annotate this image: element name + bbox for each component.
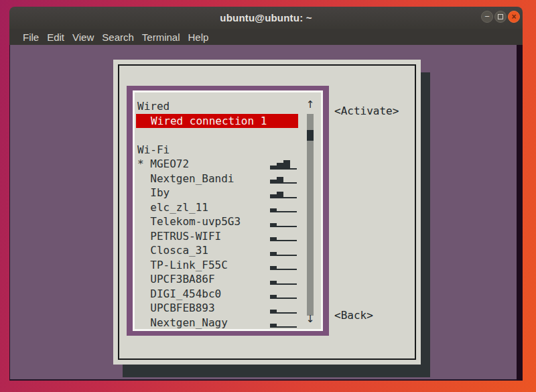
wifi-signal-icon <box>270 260 297 270</box>
list-group-header: Wi-Fi <box>135 143 321 157</box>
minimize-button[interactable]: − <box>481 11 493 23</box>
list-item[interactable]: TP-Link_F55C <box>135 258 321 273</box>
wifi-signal-icon <box>270 188 297 198</box>
maximize-icon <box>498 14 503 19</box>
terminal-screen: WiredWired connection 1Wi-Fi* MGEO72 Nex… <box>9 45 523 381</box>
maximize-button[interactable] <box>494 11 507 23</box>
menu-item-help[interactable]: Help <box>188 31 209 43</box>
nmtui-dialog: WiredWired connection 1Wi-Fi* MGEO72 Nex… <box>113 60 421 365</box>
connection-list-frame: WiredWired connection 1Wi-Fi* MGEO72 Nex… <box>127 86 329 336</box>
list-item[interactable]: Iby <box>135 186 321 200</box>
back-button[interactable]: <Back> <box>334 309 373 322</box>
scroll-down-icon[interactable]: ↓ <box>304 312 316 327</box>
wifi-signal-icon <box>270 217 297 227</box>
wifi-signal-icon <box>270 275 297 285</box>
wifi-signal-icon <box>270 231 297 241</box>
wifi-signal-icon <box>270 174 297 184</box>
list-item[interactable]: DIGI_454bc0 <box>135 287 321 302</box>
scrollbar-thumb[interactable] <box>307 130 314 141</box>
menu-item-edit[interactable]: Edit <box>47 31 64 43</box>
window-controls: − × <box>481 11 520 23</box>
list-item[interactable]: Nextgen_Nagy <box>135 316 321 330</box>
connection-list-border: WiredWired connection 1Wi-Fi* MGEO72 Nex… <box>133 90 323 331</box>
menu-item-file[interactable]: File <box>23 31 39 43</box>
list-blank-row <box>135 128 321 143</box>
scroll-up-icon[interactable]: ↑ <box>304 98 316 113</box>
scrollbar-track[interactable] <box>307 114 314 316</box>
list-item[interactable]: UPCF3BA86F <box>135 272 321 287</box>
window-titlebar[interactable]: ubuntu@ubuntu: ~ − × <box>9 7 523 29</box>
list-item[interactable]: Nextgen_Bandi <box>135 172 321 186</box>
menu-item-search[interactable]: Search <box>102 31 134 43</box>
list-item[interactable]: elc_zl_11 <box>135 200 321 215</box>
terminal-window: ubuntu@ubuntu: ~ − × File Edit View Sear… <box>9 7 523 379</box>
connection-list: WiredWired connection 1Wi-Fi* MGEO72 Nex… <box>135 92 321 329</box>
wifi-signal-icon <box>270 304 297 314</box>
close-button[interactable]: × <box>508 11 520 23</box>
list-group-header: Wired <box>135 99 321 114</box>
list-item[interactable]: PETRUS-WIFI <box>135 229 321 244</box>
wifi-signal-icon <box>270 159 297 170</box>
selected-list-item[interactable]: Wired connection 1 <box>136 114 298 129</box>
list-item[interactable]: Telekom-uvp5G3 <box>135 214 321 229</box>
list-item[interactable]: UPCBFEB893 <box>135 301 321 316</box>
menu-item-view[interactable]: View <box>72 31 94 43</box>
terminal-right-edge <box>517 45 523 381</box>
list-item[interactable]: * MGEO72 <box>135 157 321 172</box>
minimize-icon: − <box>484 12 490 21</box>
wifi-signal-icon <box>270 202 297 212</box>
list-item: Wired connection 1 <box>135 114 321 129</box>
wifi-signal-icon <box>270 246 297 256</box>
network-list-rows: WiredWired connection 1Wi-Fi* MGEO72 Nex… <box>135 99 321 329</box>
close-icon: × <box>511 12 516 21</box>
wifi-signal-icon <box>270 289 297 299</box>
menu-bar: File Edit View Search Terminal Help <box>9 29 523 45</box>
list-item[interactable]: Closca_31 <box>135 243 321 258</box>
menu-item-terminal[interactable]: Terminal <box>142 31 180 43</box>
activate-button[interactable]: <Activate> <box>334 105 399 118</box>
wifi-signal-icon <box>270 318 297 328</box>
window-title: ubuntu@ubuntu: ~ <box>220 12 312 23</box>
